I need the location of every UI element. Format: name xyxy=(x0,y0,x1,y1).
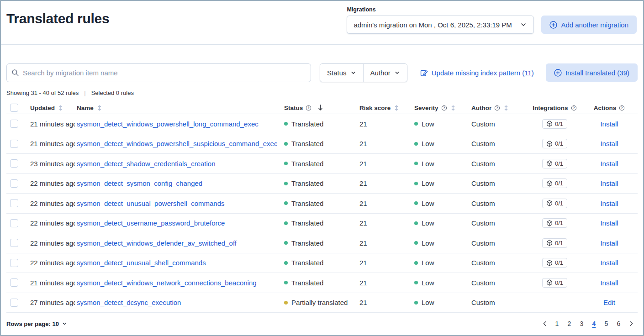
status-cell: Translated xyxy=(282,219,357,227)
actions-cell: Install xyxy=(581,279,638,287)
row-action-link[interactable]: Install xyxy=(600,279,618,287)
row-action-link[interactable]: Install xyxy=(600,239,618,247)
page-button-3[interactable]: 3 xyxy=(576,318,587,330)
column-header-severity[interactable]: Severity ? xyxy=(412,105,469,111)
integrations-cell: 0/1 xyxy=(528,238,581,248)
update-index-pattern-button[interactable]: Update missing index pattern (11) xyxy=(420,69,534,77)
integrations-badge[interactable]: 0/1 xyxy=(542,159,567,168)
package-icon xyxy=(546,141,553,147)
integrations-badge[interactable]: 0/1 xyxy=(542,258,567,268)
status-cell: Translated xyxy=(282,140,357,147)
integrations-badge[interactable]: 0/1 xyxy=(542,199,567,208)
row-checkbox[interactable] xyxy=(10,299,18,307)
page-button-1[interactable]: 1 xyxy=(551,318,563,330)
row-checkbox[interactable] xyxy=(10,219,18,227)
actions-cell: Install xyxy=(581,200,638,207)
column-header-actions: Actions ? xyxy=(581,105,638,111)
column-header-author[interactable]: Author ? xyxy=(469,105,528,111)
integrations-badge[interactable]: 0/1 xyxy=(542,139,567,148)
page-button-4[interactable]: 4 xyxy=(588,318,600,330)
row-action-link[interactable]: Install xyxy=(600,160,618,168)
select-all-checkbox[interactable] xyxy=(10,104,18,112)
row-checkbox[interactable] xyxy=(10,140,18,148)
risk-score-cell: 21 xyxy=(357,259,412,267)
row-checkbox[interactable] xyxy=(10,199,18,207)
row-action-link[interactable]: Install xyxy=(600,120,618,128)
risk-score-cell: 21 xyxy=(357,160,412,168)
svg-text:?: ? xyxy=(621,106,623,110)
add-migration-button[interactable]: Add another migration xyxy=(541,16,637,34)
table-header-row: Updated Name Status ? xyxy=(6,102,638,114)
row-checkbox[interactable] xyxy=(10,120,18,128)
install-translated-button[interactable]: Install translated (39) xyxy=(546,63,638,82)
actions-cell: Install xyxy=(581,259,638,267)
column-header-risk-score[interactable]: Risk score xyxy=(357,105,412,111)
severity-cell: Low xyxy=(412,160,469,168)
row-checkbox[interactable] xyxy=(10,239,18,247)
svg-text:?: ? xyxy=(443,106,445,110)
rule-name-link[interactable]: sysmon_detect_windows_powershell_long_co… xyxy=(77,120,259,128)
package-icon xyxy=(546,121,553,127)
updated-cell: 22 minutes ago xyxy=(28,200,75,207)
column-header-updated[interactable]: Updated xyxy=(28,105,75,111)
row-checkbox[interactable] xyxy=(10,159,18,168)
integrations-cell: 0/1 xyxy=(528,159,581,168)
actions-cell: Install xyxy=(581,239,638,247)
integrations-badge[interactable]: 0/1 xyxy=(542,278,567,288)
rule-name-link[interactable]: sysmon_detect_sysmon_config_changed xyxy=(77,179,202,187)
rule-name-link[interactable]: sysmon_detect_username_password_brutefor… xyxy=(77,219,225,227)
search-input[interactable] xyxy=(23,69,306,77)
package-icon xyxy=(546,279,553,286)
status-filter-button[interactable]: Status xyxy=(320,64,363,82)
rule-name-link[interactable]: sysmon_detect_windows_powershell_suspici… xyxy=(77,140,277,147)
row-action-link[interactable]: Install xyxy=(600,179,618,187)
name-cell: sysmon_detect_dcsync_execution xyxy=(75,299,282,306)
row-action-link[interactable]: Install xyxy=(600,140,618,147)
author-filter-button[interactable]: Author xyxy=(363,64,407,82)
author-cell: Custom xyxy=(469,259,528,267)
document-edit-icon xyxy=(420,69,428,77)
column-header-name[interactable]: Name xyxy=(75,105,282,111)
rule-name-link[interactable]: sysmon_detect_unusual_powershell_command… xyxy=(77,200,225,207)
rule-name-link[interactable]: sysmon_detect_unusual_shell_commands xyxy=(77,259,206,267)
package-icon xyxy=(546,260,553,266)
integrations-badge[interactable]: 0/1 xyxy=(542,238,567,248)
page-button-6[interactable]: 6 xyxy=(613,318,624,330)
status-cell: Translated xyxy=(282,120,357,128)
rows-per-page-button[interactable]: Rows per page: 10 xyxy=(6,320,67,327)
updated-cell: 27 minutes ago xyxy=(28,299,75,306)
chevron-down-icon xyxy=(62,321,67,326)
status-dot xyxy=(284,261,288,265)
integrations-badge[interactable]: 0/1 xyxy=(542,218,567,228)
row-action-link[interactable]: Install xyxy=(600,200,618,207)
author-cell: Custom xyxy=(469,160,528,168)
row-checkbox[interactable] xyxy=(10,278,18,287)
previous-page-button[interactable] xyxy=(539,318,550,330)
row-action-link[interactable]: Install xyxy=(600,219,618,227)
app-window: Translated rules Migrations admin's migr… xyxy=(0,0,644,336)
row-action-link[interactable]: Edit xyxy=(603,299,615,306)
severity-cell: Low xyxy=(412,279,469,287)
rule-name-link[interactable]: sysmon_detect_windows_network_connection… xyxy=(77,279,257,287)
rule-name-link[interactable]: sysmon_detect_dcsync_execution xyxy=(77,299,181,306)
integrations-badge[interactable]: 0/1 xyxy=(542,178,567,188)
row-checkbox[interactable] xyxy=(10,179,18,188)
page-list: 123456 xyxy=(551,318,624,330)
row-action-link[interactable]: Install xyxy=(600,259,618,267)
page-button-2[interactable]: 2 xyxy=(564,318,575,330)
next-page-button[interactable] xyxy=(625,318,637,330)
migration-select[interactable]: admin's migration on Mon , Oct 6, 2025, … xyxy=(347,16,534,34)
page-button-5[interactable]: 5 xyxy=(601,318,612,330)
name-cell: sysmon_detect_sysmon_config_changed xyxy=(75,179,282,187)
risk-score-cell: 21 xyxy=(357,179,412,187)
integrations-badge[interactable]: 0/1 xyxy=(542,119,567,129)
status-dot xyxy=(284,221,288,225)
package-icon xyxy=(546,220,553,226)
svg-text:?: ? xyxy=(308,106,310,110)
severity-dot xyxy=(414,301,418,304)
row-checkbox[interactable] xyxy=(10,259,18,267)
rule-name-link[interactable]: sysmon_detect_shadow_credentials_creatio… xyxy=(77,160,216,168)
rule-name-link[interactable]: sysmon_detect_windows_defender_av_switch… xyxy=(77,239,237,247)
name-cell: sysmon_detect_windows_defender_av_switch… xyxy=(75,239,282,247)
column-header-status[interactable]: Status ? xyxy=(282,104,357,111)
